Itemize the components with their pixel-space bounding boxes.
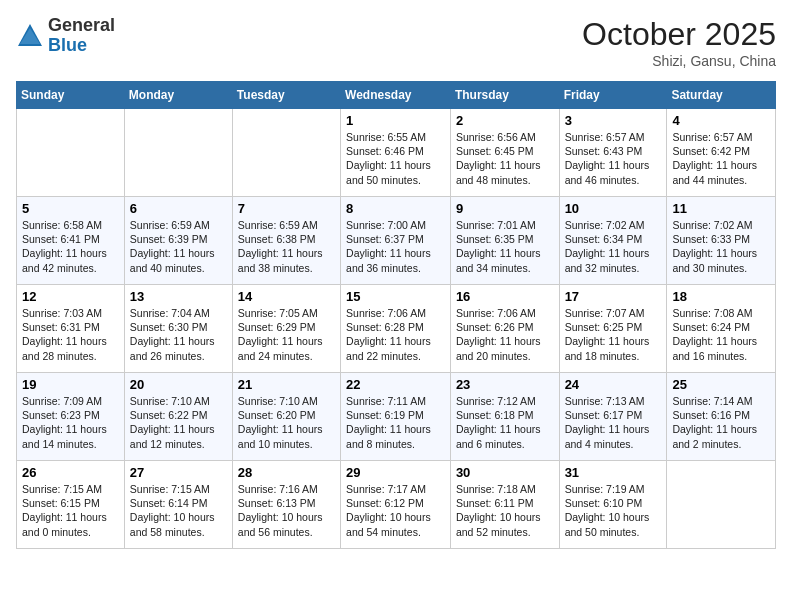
cell-content: Sunrise: 7:15 AM Sunset: 6:15 PM Dayligh… <box>22 482 119 539</box>
calendar-week-row: 5Sunrise: 6:58 AM Sunset: 6:41 PM Daylig… <box>17 197 776 285</box>
cell-content: Sunrise: 6:59 AM Sunset: 6:39 PM Dayligh… <box>130 218 227 275</box>
day-number: 27 <box>130 465 227 480</box>
calendar-cell: 28Sunrise: 7:16 AM Sunset: 6:13 PM Dayli… <box>232 461 340 549</box>
calendar-cell: 16Sunrise: 7:06 AM Sunset: 6:26 PM Dayli… <box>450 285 559 373</box>
day-number: 4 <box>672 113 770 128</box>
calendar-week-row: 19Sunrise: 7:09 AM Sunset: 6:23 PM Dayli… <box>17 373 776 461</box>
calendar-table: SundayMondayTuesdayWednesdayThursdayFrid… <box>16 81 776 549</box>
calendar-cell: 22Sunrise: 7:11 AM Sunset: 6:19 PM Dayli… <box>341 373 451 461</box>
cell-content: Sunrise: 7:09 AM Sunset: 6:23 PM Dayligh… <box>22 394 119 451</box>
month-title: October 2025 <box>582 16 776 53</box>
location-subtitle: Shizi, Gansu, China <box>582 53 776 69</box>
logo-general: General <box>48 16 115 36</box>
day-number: 10 <box>565 201 662 216</box>
calendar-cell: 29Sunrise: 7:17 AM Sunset: 6:12 PM Dayli… <box>341 461 451 549</box>
cell-content: Sunrise: 7:16 AM Sunset: 6:13 PM Dayligh… <box>238 482 335 539</box>
cell-content: Sunrise: 7:06 AM Sunset: 6:26 PM Dayligh… <box>456 306 554 363</box>
cell-content: Sunrise: 7:13 AM Sunset: 6:17 PM Dayligh… <box>565 394 662 451</box>
day-number: 12 <box>22 289 119 304</box>
day-number: 16 <box>456 289 554 304</box>
calendar-cell: 19Sunrise: 7:09 AM Sunset: 6:23 PM Dayli… <box>17 373 125 461</box>
day-number: 20 <box>130 377 227 392</box>
calendar-cell: 1Sunrise: 6:55 AM Sunset: 6:46 PM Daylig… <box>341 109 451 197</box>
day-number: 21 <box>238 377 335 392</box>
cell-content: Sunrise: 7:10 AM Sunset: 6:20 PM Dayligh… <box>238 394 335 451</box>
day-header-saturday: Saturday <box>667 82 776 109</box>
day-number: 14 <box>238 289 335 304</box>
day-number: 17 <box>565 289 662 304</box>
calendar-cell: 18Sunrise: 7:08 AM Sunset: 6:24 PM Dayli… <box>667 285 776 373</box>
cell-content: Sunrise: 7:00 AM Sunset: 6:37 PM Dayligh… <box>346 218 445 275</box>
calendar-cell: 9Sunrise: 7:01 AM Sunset: 6:35 PM Daylig… <box>450 197 559 285</box>
calendar-cell: 6Sunrise: 6:59 AM Sunset: 6:39 PM Daylig… <box>124 197 232 285</box>
cell-content: Sunrise: 7:05 AM Sunset: 6:29 PM Dayligh… <box>238 306 335 363</box>
title-block: October 2025 Shizi, Gansu, China <box>582 16 776 69</box>
day-number: 9 <box>456 201 554 216</box>
cell-content: Sunrise: 7:11 AM Sunset: 6:19 PM Dayligh… <box>346 394 445 451</box>
logo-icon <box>16 22 44 50</box>
day-number: 25 <box>672 377 770 392</box>
calendar-cell: 8Sunrise: 7:00 AM Sunset: 6:37 PM Daylig… <box>341 197 451 285</box>
cell-content: Sunrise: 7:03 AM Sunset: 6:31 PM Dayligh… <box>22 306 119 363</box>
calendar-cell: 26Sunrise: 7:15 AM Sunset: 6:15 PM Dayli… <box>17 461 125 549</box>
cell-content: Sunrise: 7:04 AM Sunset: 6:30 PM Dayligh… <box>130 306 227 363</box>
calendar-cell <box>17 109 125 197</box>
day-header-sunday: Sunday <box>17 82 125 109</box>
cell-content: Sunrise: 7:14 AM Sunset: 6:16 PM Dayligh… <box>672 394 770 451</box>
cell-content: Sunrise: 7:15 AM Sunset: 6:14 PM Dayligh… <box>130 482 227 539</box>
logo-text: General Blue <box>48 16 115 56</box>
calendar-cell: 3Sunrise: 6:57 AM Sunset: 6:43 PM Daylig… <box>559 109 667 197</box>
calendar-week-row: 26Sunrise: 7:15 AM Sunset: 6:15 PM Dayli… <box>17 461 776 549</box>
logo-blue: Blue <box>48 36 115 56</box>
calendar-cell: 13Sunrise: 7:04 AM Sunset: 6:30 PM Dayli… <box>124 285 232 373</box>
calendar-cell: 10Sunrise: 7:02 AM Sunset: 6:34 PM Dayli… <box>559 197 667 285</box>
cell-content: Sunrise: 6:55 AM Sunset: 6:46 PM Dayligh… <box>346 130 445 187</box>
calendar-cell: 2Sunrise: 6:56 AM Sunset: 6:45 PM Daylig… <box>450 109 559 197</box>
calendar-week-row: 1Sunrise: 6:55 AM Sunset: 6:46 PM Daylig… <box>17 109 776 197</box>
cell-content: Sunrise: 6:56 AM Sunset: 6:45 PM Dayligh… <box>456 130 554 187</box>
day-number: 23 <box>456 377 554 392</box>
calendar-cell <box>232 109 340 197</box>
calendar-cell: 14Sunrise: 7:05 AM Sunset: 6:29 PM Dayli… <box>232 285 340 373</box>
day-number: 22 <box>346 377 445 392</box>
day-number: 15 <box>346 289 445 304</box>
calendar-cell: 27Sunrise: 7:15 AM Sunset: 6:14 PM Dayli… <box>124 461 232 549</box>
calendar-cell: 12Sunrise: 7:03 AM Sunset: 6:31 PM Dayli… <box>17 285 125 373</box>
calendar-week-row: 12Sunrise: 7:03 AM Sunset: 6:31 PM Dayli… <box>17 285 776 373</box>
calendar-cell <box>124 109 232 197</box>
calendar-cell: 15Sunrise: 7:06 AM Sunset: 6:28 PM Dayli… <box>341 285 451 373</box>
calendar-cell: 11Sunrise: 7:02 AM Sunset: 6:33 PM Dayli… <box>667 197 776 285</box>
day-number: 7 <box>238 201 335 216</box>
day-header-monday: Monday <box>124 82 232 109</box>
calendar-cell: 17Sunrise: 7:07 AM Sunset: 6:25 PM Dayli… <box>559 285 667 373</box>
day-number: 28 <box>238 465 335 480</box>
day-number: 29 <box>346 465 445 480</box>
cell-content: Sunrise: 7:02 AM Sunset: 6:34 PM Dayligh… <box>565 218 662 275</box>
calendar-cell: 5Sunrise: 6:58 AM Sunset: 6:41 PM Daylig… <box>17 197 125 285</box>
calendar-cell: 30Sunrise: 7:18 AM Sunset: 6:11 PM Dayli… <box>450 461 559 549</box>
logo: General Blue <box>16 16 115 56</box>
day-number: 2 <box>456 113 554 128</box>
day-number: 31 <box>565 465 662 480</box>
cell-content: Sunrise: 7:18 AM Sunset: 6:11 PM Dayligh… <box>456 482 554 539</box>
cell-content: Sunrise: 6:57 AM Sunset: 6:42 PM Dayligh… <box>672 130 770 187</box>
day-header-thursday: Thursday <box>450 82 559 109</box>
cell-content: Sunrise: 7:06 AM Sunset: 6:28 PM Dayligh… <box>346 306 445 363</box>
calendar-cell: 23Sunrise: 7:12 AM Sunset: 6:18 PM Dayli… <box>450 373 559 461</box>
day-number: 24 <box>565 377 662 392</box>
day-header-tuesday: Tuesday <box>232 82 340 109</box>
day-number: 13 <box>130 289 227 304</box>
day-number: 3 <box>565 113 662 128</box>
calendar-header-row: SundayMondayTuesdayWednesdayThursdayFrid… <box>17 82 776 109</box>
calendar-cell: 20Sunrise: 7:10 AM Sunset: 6:22 PM Dayli… <box>124 373 232 461</box>
day-header-friday: Friday <box>559 82 667 109</box>
cell-content: Sunrise: 7:01 AM Sunset: 6:35 PM Dayligh… <box>456 218 554 275</box>
cell-content: Sunrise: 6:59 AM Sunset: 6:38 PM Dayligh… <box>238 218 335 275</box>
svg-marker-1 <box>20 28 40 44</box>
calendar-cell: 31Sunrise: 7:19 AM Sunset: 6:10 PM Dayli… <box>559 461 667 549</box>
cell-content: Sunrise: 7:02 AM Sunset: 6:33 PM Dayligh… <box>672 218 770 275</box>
calendar-cell: 21Sunrise: 7:10 AM Sunset: 6:20 PM Dayli… <box>232 373 340 461</box>
calendar-cell: 4Sunrise: 6:57 AM Sunset: 6:42 PM Daylig… <box>667 109 776 197</box>
page-header: General Blue October 2025 Shizi, Gansu, … <box>16 16 776 69</box>
calendar-cell <box>667 461 776 549</box>
